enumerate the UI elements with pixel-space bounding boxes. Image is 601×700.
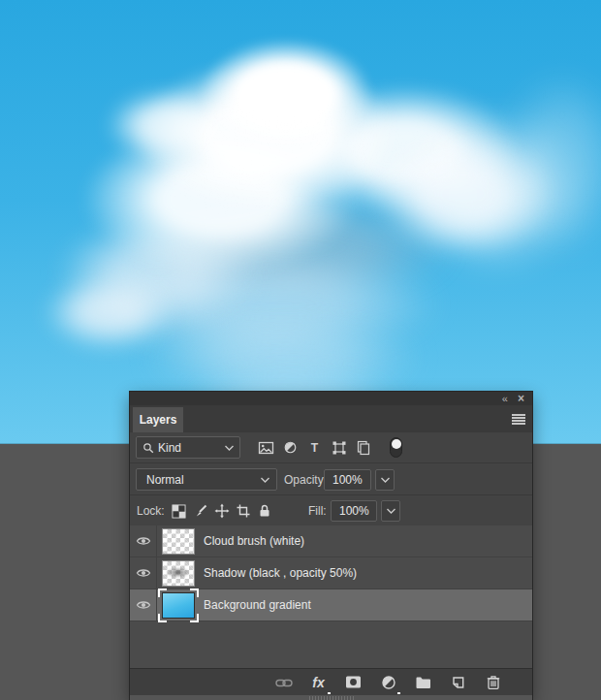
link-layers-icon[interactable] (274, 673, 293, 691)
cloud-right-lobe (373, 134, 553, 255)
panel-footer: fx (130, 668, 532, 695)
fill-value: 100% (339, 504, 369, 518)
visibility-toggle[interactable] (130, 525, 157, 557)
visibility-toggle[interactable] (130, 557, 157, 589)
blend-row: Normal Opacity: 100% (130, 464, 532, 495)
type-layer-filter-icon[interactable]: T (306, 439, 323, 456)
new-layer-icon[interactable] (449, 673, 467, 691)
lock-pixels-icon[interactable] (192, 503, 208, 520)
filter-kind-dropdown[interactable]: Kind (136, 436, 240, 459)
smart-object-filter-icon[interactable] (355, 439, 371, 456)
layer-thumbnail[interactable] (162, 528, 195, 555)
opacity-value: 100% (332, 473, 363, 487)
filter-kind-value: Kind (158, 441, 181, 455)
cloud-bright-peak (199, 39, 373, 150)
selection-corner (158, 614, 167, 622)
document-canvas[interactable] (0, 0, 601, 444)
style-indicator-dot (328, 692, 331, 694)
eye-icon (136, 599, 151, 611)
delete-layer-icon[interactable] (484, 673, 502, 691)
layer-row-cloud-brush[interactable]: Cloud brush (white) (130, 525, 532, 557)
tab-layers[interactable]: Layers (133, 407, 183, 432)
eye-icon (136, 567, 151, 579)
chevron-down-icon (260, 476, 270, 484)
layer-name[interactable]: Cloud brush (white) (204, 534, 304, 548)
panel-titlebar: « × (130, 392, 532, 405)
filter-type-buttons: T (258, 437, 402, 458)
lock-row: Lock: Fill: 100% (130, 496, 532, 525)
layer-name[interactable]: Background gradient (204, 598, 311, 612)
layer-list: Cloud brush (white) Shadow (black , opac… (130, 525, 532, 668)
shape-layer-filter-icon[interactable] (331, 439, 347, 456)
lock-artboard-icon[interactable] (235, 503, 251, 520)
fill-slider-button[interactable] (381, 500, 400, 522)
panel-menu-icon[interactable] (512, 414, 525, 425)
lock-label: Lock: (137, 504, 165, 518)
layer-style-icon[interactable]: fx (309, 673, 328, 691)
layer-row-background-gradient[interactable]: Background gradient (130, 589, 532, 621)
visibility-toggle[interactable] (130, 589, 157, 620)
svg-text:T: T (311, 441, 319, 455)
lock-transparency-icon[interactable] (171, 503, 187, 520)
layer-thumbnail[interactable] (162, 592, 195, 619)
layer-filter-toggle[interactable] (390, 437, 402, 458)
layer-thumbnail[interactable] (162, 560, 195, 587)
adjustment-layer-filter-icon[interactable] (282, 439, 299, 456)
blend-mode-value: Normal (146, 473, 184, 487)
layers-panel: « × Layers Kind (129, 391, 533, 700)
eye-icon (136, 535, 151, 547)
fill-label: Fill: (308, 504, 327, 518)
resize-grip-icon (309, 696, 354, 700)
pixel-layer-filter-icon[interactable] (258, 439, 274, 456)
new-adjustment-layer-icon[interactable] (379, 673, 397, 691)
lock-all-icon[interactable] (256, 503, 272, 520)
filter-row: Kind T (130, 432, 532, 463)
selection-corner (190, 614, 199, 622)
adjustment-indicator-dot (397, 692, 400, 694)
collapse-to-icons-icon[interactable]: « (502, 394, 508, 403)
thumbnail-shadow-smudge (166, 567, 190, 578)
lock-position-icon[interactable] (213, 503, 230, 520)
panel-resize-strip[interactable] (130, 695, 532, 700)
chevron-down-icon (224, 444, 235, 452)
layer-name[interactable]: Shadow (black , opacity 50%) (204, 566, 357, 580)
new-group-icon[interactable] (414, 673, 432, 691)
close-icon[interactable]: × (518, 394, 524, 403)
panel-controls: Kind T (130, 432, 532, 525)
toggle-knob (392, 439, 401, 449)
selection-corner (190, 589, 199, 597)
selection-corner (158, 589, 167, 597)
opacity-label: Opacity: (284, 473, 327, 487)
panel-tabstrip: Layers (130, 405, 532, 432)
lock-buttons (171, 503, 272, 520)
opacity-input[interactable]: 100% (324, 469, 371, 491)
fill-input[interactable]: 100% (331, 500, 377, 522)
cloud-left-puff (44, 274, 174, 350)
opacity-slider-button[interactable] (375, 469, 395, 491)
layer-row-shadow[interactable]: Shadow (black , opacity 50%) (130, 557, 532, 589)
add-layer-mask-icon[interactable] (344, 673, 363, 691)
thumbnail-checkerboard (162, 528, 195, 555)
search-icon (142, 442, 154, 454)
blend-mode-dropdown[interactable]: Normal (136, 468, 277, 491)
